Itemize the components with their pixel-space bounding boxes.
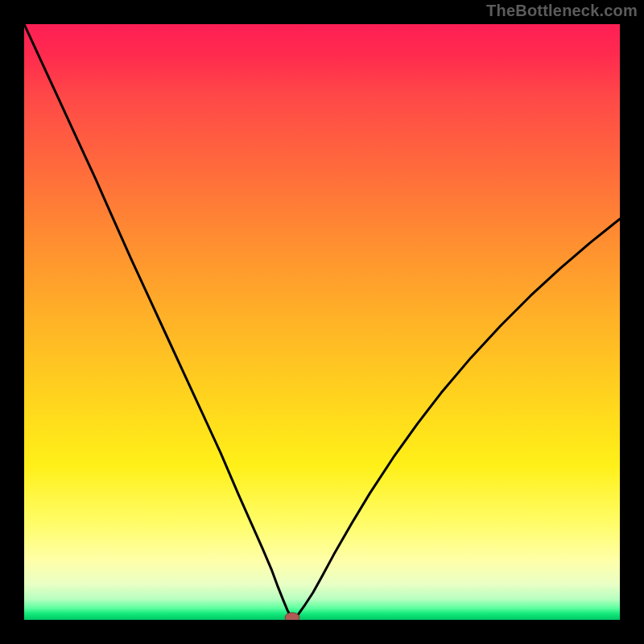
minimum-marker — [285, 613, 299, 620]
chart-frame: TheBottleneck.com — [0, 0, 644, 644]
bottleneck-curve-path — [24, 24, 620, 619]
plot-area — [24, 24, 620, 620]
curve-svg — [24, 24, 620, 620]
watermark-text: TheBottleneck.com — [486, 2, 638, 20]
